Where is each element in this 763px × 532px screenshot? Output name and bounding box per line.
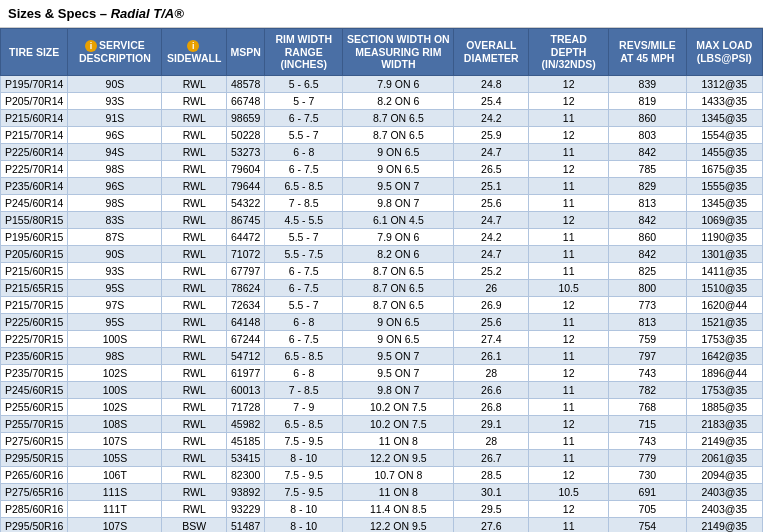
table-cell-overall_diameter: 26.9 xyxy=(454,296,529,313)
table-cell-tread_depth: 11 xyxy=(529,143,609,160)
table-cell-section_width: 8.7 ON 6.5 xyxy=(343,126,454,143)
table-cell-rim_width: 6.5 - 8.5 xyxy=(265,177,343,194)
table-cell-tread_depth: 12 xyxy=(529,364,609,381)
table-cell-tire_size: P275/60R15 xyxy=(1,432,68,449)
table-cell-revs_mile: 743 xyxy=(609,364,686,381)
table-row: P285/60R16111TRWL932298 - 1011.4 ON 8.52… xyxy=(1,500,763,517)
table-cell-rim_width: 6 - 7.5 xyxy=(265,330,343,347)
table-cell-section_width: 8.7 ON 6.5 xyxy=(343,262,454,279)
table-cell-revs_mile: 773 xyxy=(609,296,686,313)
table-row: P265/60R16106TRWL823007.5 - 9.510.7 ON 8… xyxy=(1,466,763,483)
table-cell-sidewall: RWL xyxy=(162,92,227,109)
info-icon[interactable]: i xyxy=(85,40,97,52)
table-cell-rim_width: 5 - 7 xyxy=(265,92,343,109)
table-cell-section_width: 8.7 ON 6.5 xyxy=(343,296,454,313)
table-cell-rim_width: 5.5 - 7 xyxy=(265,228,343,245)
table-cell-tread_depth: 11 xyxy=(529,177,609,194)
table-cell-section_width: 9.5 ON 7 xyxy=(343,177,454,194)
table-cell-section_width: 8.7 ON 6.5 xyxy=(343,109,454,126)
table-cell-tire_size: P235/60R14 xyxy=(1,177,68,194)
table-cell-section_width: 12.2 ON 9.5 xyxy=(343,517,454,532)
table-cell-max_load: 1301@35 xyxy=(686,245,763,262)
table-cell-tire_size: P255/70R15 xyxy=(1,415,68,432)
table-cell-max_load: 1885@35 xyxy=(686,398,763,415)
table-cell-revs_mile: 779 xyxy=(609,449,686,466)
table-cell-tread_depth: 11 xyxy=(529,228,609,245)
table-cell-max_load: 2094@35 xyxy=(686,466,763,483)
table-cell-mspn: 53273 xyxy=(227,143,265,160)
table-cell-max_load: 1642@35 xyxy=(686,347,763,364)
table-row: P195/60R1587SRWL644725.5 - 77.9 ON 624.2… xyxy=(1,228,763,245)
table-cell-mspn: 72634 xyxy=(227,296,265,313)
table-cell-service_desc: 100S xyxy=(68,381,162,398)
table-cell-max_load: 1433@35 xyxy=(686,92,763,109)
table-cell-tread_depth: 11 xyxy=(529,432,609,449)
table-cell-revs_mile: 754 xyxy=(609,517,686,532)
table-cell-section_width: 10.2 ON 7.5 xyxy=(343,415,454,432)
page-header: Sizes & Specs – Radial T/A® xyxy=(0,0,763,28)
table-cell-service_desc: 100S xyxy=(68,330,162,347)
table-wrapper: TIRE SIZEiSERVICE DESCRIPTIONiSIDEWALLMS… xyxy=(0,28,763,532)
table-cell-max_load: 1510@35 xyxy=(686,279,763,296)
table-cell-sidewall: RWL xyxy=(162,75,227,92)
table-cell-overall_diameter: 26.6 xyxy=(454,381,529,398)
table-cell-tread_depth: 10.5 xyxy=(529,279,609,296)
table-cell-tire_size: P215/60R15 xyxy=(1,262,68,279)
table-cell-overall_diameter: 26.8 xyxy=(454,398,529,415)
table-cell-tire_size: P295/50R16 xyxy=(1,517,68,532)
table-row: P205/70R1493SRWL667485 - 78.2 ON 625.412… xyxy=(1,92,763,109)
table-cell-rim_width: 5.5 - 7.5 xyxy=(265,245,343,262)
table-cell-mspn: 71072 xyxy=(227,245,265,262)
table-cell-overall_diameter: 30.1 xyxy=(454,483,529,500)
table-cell-tire_size: P215/60R14 xyxy=(1,109,68,126)
table-cell-service_desc: 90S xyxy=(68,245,162,262)
table-row: P225/70R1498SRWL796046 - 7.59 ON 6.526.5… xyxy=(1,160,763,177)
table-cell-mspn: 45982 xyxy=(227,415,265,432)
table-cell-mspn: 51487 xyxy=(227,517,265,532)
table-cell-revs_mile: 813 xyxy=(609,194,686,211)
table-cell-tire_size: P205/70R14 xyxy=(1,92,68,109)
table-row: P275/60R15107SRWL451857.5 - 9.511 ON 828… xyxy=(1,432,763,449)
table-cell-rim_width: 6 - 7.5 xyxy=(265,109,343,126)
table-cell-rim_width: 7 - 9 xyxy=(265,398,343,415)
table-cell-revs_mile: 768 xyxy=(609,398,686,415)
table-cell-tire_size: P195/60R15 xyxy=(1,228,68,245)
table-row: P225/70R15100SRWL672446 - 7.59 ON 6.527.… xyxy=(1,330,763,347)
table-cell-section_width: 8.2 ON 6 xyxy=(343,92,454,109)
table-cell-tire_size: P275/65R16 xyxy=(1,483,68,500)
table-cell-service_desc: 95S xyxy=(68,279,162,296)
table-cell-tread_depth: 11 xyxy=(529,347,609,364)
table-cell-service_desc: 111T xyxy=(68,500,162,517)
table-cell-max_load: 1411@35 xyxy=(686,262,763,279)
table-cell-rim_width: 5.5 - 7 xyxy=(265,296,343,313)
table-cell-tire_size: P215/70R14 xyxy=(1,126,68,143)
table-cell-service_desc: 87S xyxy=(68,228,162,245)
table-cell-sidewall: RWL xyxy=(162,466,227,483)
table-cell-sidewall: RWL xyxy=(162,415,227,432)
table-cell-tire_size: P215/70R15 xyxy=(1,296,68,313)
table-cell-max_load: 2403@35 xyxy=(686,500,763,517)
table-cell-section_width: 8.2 ON 6 xyxy=(343,245,454,262)
table-cell-rim_width: 5.5 - 7 xyxy=(265,126,343,143)
table-cell-rim_width: 6 - 7.5 xyxy=(265,279,343,296)
table-cell-max_load: 2149@35 xyxy=(686,432,763,449)
table-cell-service_desc: 98S xyxy=(68,347,162,364)
table-cell-overall_diameter: 24.7 xyxy=(454,143,529,160)
table-cell-rim_width: 7 - 8.5 xyxy=(265,194,343,211)
table-cell-mspn: 66748 xyxy=(227,92,265,109)
table-cell-tread_depth: 12 xyxy=(529,330,609,347)
table-cell-rim_width: 6.5 - 8.5 xyxy=(265,347,343,364)
table-cell-max_load: 1675@35 xyxy=(686,160,763,177)
table-cell-rim_width: 8 - 10 xyxy=(265,500,343,517)
info-icon[interactable]: i xyxy=(187,40,199,52)
table-cell-tread_depth: 12 xyxy=(529,160,609,177)
table-cell-revs_mile: 800 xyxy=(609,279,686,296)
table-cell-rim_width: 6 - 7.5 xyxy=(265,160,343,177)
table-cell-tire_size: P245/60R14 xyxy=(1,194,68,211)
table-cell-service_desc: 107S xyxy=(68,517,162,532)
table-cell-max_load: 1345@35 xyxy=(686,194,763,211)
table-cell-max_load: 1455@35 xyxy=(686,143,763,160)
table-cell-tread_depth: 11 xyxy=(529,262,609,279)
table-cell-tire_size: P155/80R15 xyxy=(1,211,68,228)
table-cell-section_width: 11 ON 8 xyxy=(343,432,454,449)
